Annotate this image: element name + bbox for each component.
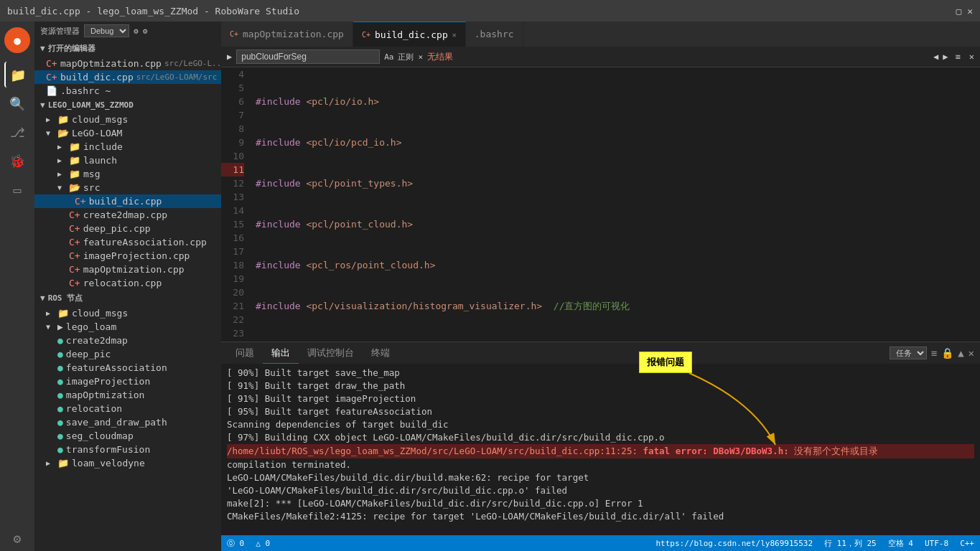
explorer-label: 资源管理器	[40, 26, 80, 37]
ros-cloudmsgs[interactable]: ▶ 📁 cloud_msgs	[34, 306, 221, 320]
tree-cloud-msgs[interactable]: ▶ 📁 cloud_msgs	[34, 113, 221, 126]
tab-bashrc[interactable]: .bashrc	[466, 22, 523, 47]
tree-src[interactable]: ▼ 📂 src	[34, 181, 221, 194]
workspace-section[interactable]: ▼ LEGO_LOAM_WS_ZZMOD	[34, 98, 221, 113]
open-editors-section[interactable]: ▼ 打开的编辑器	[34, 40, 221, 57]
blog-link[interactable]: https://blog.csdn.net/ly869915532	[655, 539, 813, 548]
editor-item-mapoptmization[interactable]: C+ mapOptmization.cpp src/LeGO-L...	[34, 57, 221, 70]
status-bar: ⓪ 0 △ 0 https://blog.csdn.net/ly86991553…	[221, 535, 980, 551]
tree-label: transformFusion	[66, 444, 150, 455]
editor-item-bashrc[interactable]: 📄 .bashrc ~	[34, 84, 221, 98]
close-find-icon[interactable]: ✕	[969, 52, 974, 62]
language: C++	[960, 539, 974, 548]
task-select[interactable]: 任务	[890, 347, 927, 359]
ros-section[interactable]: ▼ ROS 节点	[34, 290, 221, 306]
ros-mapopm[interactable]: ● mapOptmization	[34, 388, 221, 402]
editor-item-builddic[interactable]: C+ build_dic.cpp src/LeGO-LOAM/src	[34, 70, 221, 84]
terminal-line: [ 90%] Built target save_the_map	[227, 367, 974, 380]
ros-transform[interactable]: ● transformFusion	[34, 443, 221, 456]
ros-image[interactable]: ● imageProjection	[34, 375, 221, 388]
find-input[interactable]	[236, 50, 380, 64]
tree-label: save_and_draw_path	[66, 417, 167, 428]
tree-legoloam[interactable]: ▼ 📂 LeGO-LOAM	[34, 126, 221, 140]
explorer-icon[interactable]: 📁	[4, 62, 30, 88]
panel-list-icon[interactable]: ≡	[931, 347, 937, 359]
debug-select[interactable]: Debug	[84, 24, 129, 37]
find-case-btn[interactable]: ×	[418, 52, 423, 62]
tree-builddic[interactable]: C+ build_dic.cpp	[34, 194, 221, 208]
tree-msg[interactable]: ▶ 📁 msg	[34, 167, 221, 181]
terminal-line: [ 95%] Built target featureAssociation	[227, 405, 974, 418]
folder-icon: 📂	[69, 182, 80, 193]
gear2-icon[interactable]: ⚙	[143, 27, 148, 36]
window-title: build_dic.cpp - lego_loam_ws_ZZMod - Rob…	[7, 6, 956, 17]
node-icon: ●	[57, 390, 63, 400]
folder-icon: 📁	[69, 155, 80, 166]
tree-image[interactable]: C+ imageProjection.cpp	[34, 249, 221, 263]
ros-loamvelo[interactable]: ▶ 📁 loam_velodyne	[34, 456, 221, 470]
tree-label: lego_loam	[66, 321, 116, 332]
editor-path: src/LeGO-L...	[164, 59, 221, 68]
find-list-icon[interactable]: ≡	[956, 52, 961, 62]
settings-icon[interactable]: ⚙	[4, 525, 30, 551]
tree-feature[interactable]: C+ featureAssociation.cpp	[34, 235, 221, 249]
panel-lock-icon[interactable]: 🔒	[941, 347, 953, 359]
ros-seg[interactable]: ● seg_cloudmap	[34, 429, 221, 443]
file-icon: 📄	[46, 85, 57, 96]
close-tab-icon[interactable]: ✕	[452, 31, 457, 39]
tree-deep[interactable]: C+ deep_pic.cpp	[34, 222, 221, 235]
git-icon[interactable]: ⎇	[4, 119, 30, 145]
terminal-line: [ 91%] Built target imageProjection	[227, 392, 974, 405]
ros-relocation[interactable]: ● relocation	[34, 402, 221, 415]
ros-deeppic[interactable]: ● deep_pic	[34, 347, 221, 361]
tab-builddic[interactable]: C+ build_dic.cpp ✕	[353, 22, 466, 47]
debug-icon[interactable]: 🐞	[4, 148, 30, 174]
find-regex-btn[interactable]: 正则	[398, 52, 414, 62]
spaces: 空格 4	[888, 538, 913, 549]
search-icon[interactable]: 🔍	[4, 90, 30, 116]
tree-label: build_dic.cpp	[89, 196, 162, 207]
cpp-icon: C+	[362, 31, 370, 39]
panel-up-icon[interactable]: ▲	[958, 347, 963, 359]
panel-tab-terminal[interactable]: 终端	[363, 342, 398, 364]
terminal-line: 'LeGO-LOAM/CMakeFiles/build_dic.dir/src/…	[227, 484, 974, 497]
tree-label: cloud_msgs	[72, 308, 128, 319]
node-icon: ●	[57, 403, 63, 414]
cpp-icon-active: C+	[46, 72, 57, 83]
find-next-icon[interactable]: ▶	[943, 52, 948, 62]
tree-label: LeGO-LOAM	[72, 128, 122, 138]
tree-create2d[interactable]: C+ create2dmap.cpp	[34, 208, 221, 222]
tree-include[interactable]: ▶ 📁 include	[34, 140, 221, 154]
tab-label: .bashrc	[475, 29, 514, 39]
ros-feature[interactable]: ● featureAssociation	[34, 361, 221, 375]
panel-tab-output[interactable]: 输出	[263, 342, 299, 364]
gear-icon[interactable]: ⚙	[134, 27, 139, 36]
code-editor[interactable]: 4 5 6 7 8 9 10 11 12 13 14 15 16 17 18 1…	[221, 67, 980, 342]
panel-tab-debug[interactable]: 调试控制台	[299, 342, 363, 364]
panel-tab-problems[interactable]: 问题	[227, 342, 263, 364]
tabs-bar: C+ mapOptmization.cpp C+ build_dic.cpp ✕…	[221, 22, 980, 47]
tree-label: deep_pic	[66, 349, 111, 359]
tree-label: src	[83, 182, 100, 193]
find-aa-btn[interactable]: Aa	[384, 52, 393, 62]
cpp-file-icon: C+	[69, 278, 80, 288]
tree-launch[interactable]: ▶ 📁 launch	[34, 154, 221, 167]
extensions-icon[interactable]: ▭	[4, 176, 30, 202]
tree-label: include	[83, 141, 123, 152]
panel-close-icon[interactable]: ✕	[969, 347, 974, 359]
ros-save[interactable]: ● save_and_draw_path	[34, 415, 221, 429]
tree-mapopm[interactable]: C+ mapOptmization.cpp	[34, 263, 221, 276]
folder-icon: 📁	[57, 458, 69, 468]
editor-label-bashrc: .bashrc ~	[60, 85, 111, 96]
arrow-icon: ▶	[57, 170, 69, 178]
arrow-icon: ▶	[46, 459, 57, 467]
node-icon: ●	[57, 362, 63, 373]
ubuntu-icon[interactable]: ●	[4, 27, 30, 53]
chevron-down-icon2: ▼	[40, 100, 45, 110]
find-prev-icon[interactable]: ◀	[933, 52, 938, 62]
ros-legoloam[interactable]: ▼ ▶ lego_loam	[34, 320, 221, 334]
terminal-line: compilation terminated.	[227, 458, 974, 471]
tree-relocation[interactable]: C+ relocation.cpp	[34, 276, 221, 290]
ros-create2dmap[interactable]: ● create2dmap	[34, 334, 221, 347]
tab-mapoptmization[interactable]: C+ mapOptmization.cpp	[221, 22, 353, 47]
